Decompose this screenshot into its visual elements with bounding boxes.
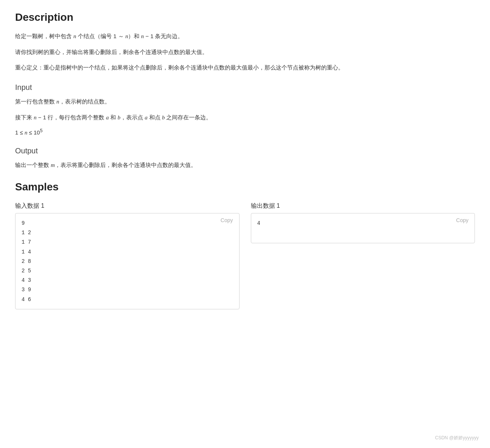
output-sample-container: 输出数据 1 Copy 4 [251, 202, 475, 309]
output-para-1: 输出一个整数 m，表示将重心删除后，剩余各个连通块中点数的最大值。 [15, 160, 475, 170]
input-sample-content: 9 1 2 1 7 1 4 2 8 2 5 4 3 3 9 4 6 [15, 213, 239, 309]
input-sample-container: 输入数据 1 Copy 9 1 2 1 7 1 4 2 8 2 5 4 3 3 … [15, 202, 240, 309]
output-section: Output 输出一个整数 m，表示将重心删除后，剩余各个连通块中点数的最大值。 [15, 147, 475, 170]
input-para-1: 第一行包含整数 n，表示树的结点数。 [15, 96, 475, 107]
input-title: Input [15, 83, 475, 92]
input-copy-button[interactable]: Copy [218, 216, 235, 224]
input-para-2: 接下来 n − 1 行，每行包含两个整数 a 和 b，表示点 a 和点 b 之间… [15, 112, 475, 123]
output-sample-box: Copy 4 [251, 213, 475, 243]
input-sample-label: 输入数据 1 [15, 202, 240, 210]
samples-title: Samples [15, 181, 475, 193]
description-title: Description [15, 11, 475, 23]
output-title: Output [15, 147, 475, 155]
description-section: Description 给定一颗树，树中包含 n 个结点（编号 1 ～ n）和 … [15, 11, 475, 73]
samples-grid: 输入数据 1 Copy 9 1 2 1 7 1 4 2 8 2 5 4 3 3 … [15, 202, 475, 309]
output-copy-button[interactable]: Copy [454, 216, 471, 224]
footer-watermark: CSDN @娇娇yyyyyyy [435, 435, 479, 441]
output-sample-content: 4 [251, 213, 475, 233]
samples-section: Samples 输入数据 1 Copy 9 1 2 1 7 1 4 2 8 2 … [15, 181, 475, 309]
input-section: Input 第一行包含整数 n，表示树的结点数。 接下来 n − 1 行，每行包… [15, 83, 475, 136]
output-sample-label: 输出数据 1 [251, 202, 475, 210]
description-para-3: 重心定义：重心是指树中的一个结点，如果将这个点删除后，剩余各个连通块中点数的最大… [15, 62, 475, 73]
input-constraint: 1 ≤ n ≤ 105 [15, 128, 475, 136]
input-sample-box: Copy 9 1 2 1 7 1 4 2 8 2 5 4 3 3 9 4 6 [15, 213, 240, 309]
description-para-1: 给定一颗树，树中包含 n 个结点（编号 1 ～ n）和 n − 1 条无向边。 [15, 31, 475, 42]
description-para-2: 请你找到树的重心，并输出将重心删除后，剩余各个连通块中点数的最大值。 [15, 47, 475, 57]
